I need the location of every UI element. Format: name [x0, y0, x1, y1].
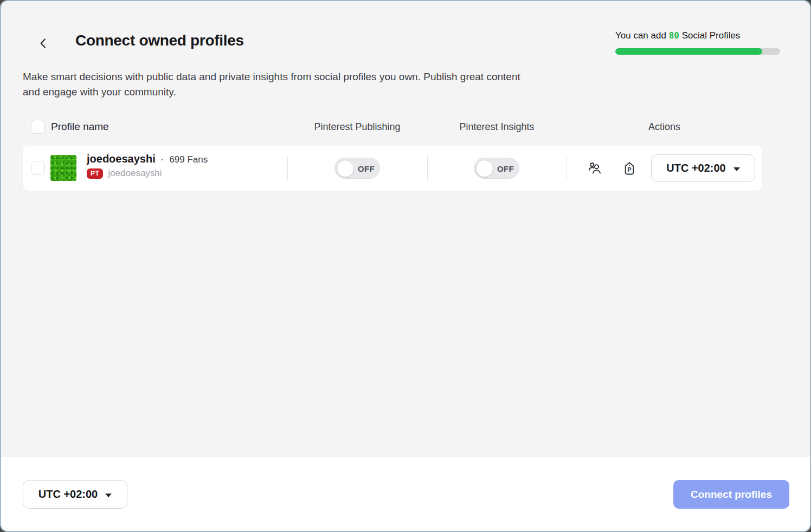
page-description: Make smart decisions with public data an…: [23, 69, 532, 100]
profile-name: joedoesayshi: [87, 153, 156, 165]
toggle-state-label: OFF: [358, 164, 375, 173]
audience-action-button[interactable]: [587, 160, 603, 177]
select-all-checkbox[interactable]: [31, 120, 45, 134]
toggle-state-label: OFF: [497, 164, 514, 173]
connect-profiles-button[interactable]: Connect profiles: [673, 480, 789, 509]
chevron-left-icon: [36, 36, 50, 50]
quota-text: You can add 80 Social Profiles: [615, 30, 789, 41]
back-button[interactable]: [34, 34, 53, 53]
quota-progress-fill: [615, 48, 762, 55]
pinterest-tag-icon: P: [622, 161, 637, 176]
profile-row: joedoesayshi · 699 Fans PT joedoesayshi …: [23, 146, 762, 191]
profile-info: joedoesayshi · 699 Fans PT joedoesayshi: [87, 153, 208, 179]
profile-handle: joedoesayshi: [108, 168, 162, 179]
profile-row-checkbox[interactable]: [31, 161, 45, 175]
footer-bar: UTC +02:00 Connect profiles: [1, 457, 810, 531]
caret-down-icon: [105, 494, 112, 497]
quota-progress-bar: [615, 48, 780, 55]
footer-timezone-value: UTC +02:00: [38, 488, 98, 501]
profile-avatar: [50, 155, 76, 181]
pinterest-publishing-toggle[interactable]: OFF: [334, 158, 380, 179]
quota-count: 80: [669, 30, 679, 41]
quota-suffix: Social Profiles: [682, 30, 741, 41]
toggle-knob: [337, 160, 354, 177]
column-divider: [567, 156, 567, 180]
toggle-knob: [476, 160, 493, 177]
column-divider: [427, 156, 428, 180]
svg-text:P: P: [627, 166, 632, 173]
pinterest-network-badge: PT: [87, 168, 103, 179]
pinterest-insights-toggle[interactable]: OFF: [474, 158, 519, 179]
column-header-profile-name: Profile name: [51, 121, 109, 133]
row-timezone-value: UTC +02:00: [666, 162, 726, 174]
column-header-actions: Actions: [567, 121, 762, 133]
connect-profiles-modal: Connect owned profiles Make smart decisi…: [0, 0, 811, 532]
fans-count: 699 Fans: [169, 154, 208, 165]
column-header-pinterest-insights: Pinterest Insights: [427, 121, 567, 133]
row-timezone-dropdown[interactable]: UTC +02:00: [651, 154, 755, 182]
caret-down-icon: [733, 167, 740, 171]
column-header-pinterest-publishing: Pinterest Publishing: [287, 121, 427, 133]
page-title: Connect owned profiles: [75, 32, 244, 49]
pinterest-tag-action-button[interactable]: P: [621, 160, 638, 177]
users-icon: [587, 161, 602, 176]
column-divider: [287, 156, 288, 180]
footer-timezone-dropdown[interactable]: UTC +02:00: [23, 480, 127, 509]
quota-prefix: You can add: [615, 30, 666, 41]
dot-separator: ·: [161, 154, 164, 165]
